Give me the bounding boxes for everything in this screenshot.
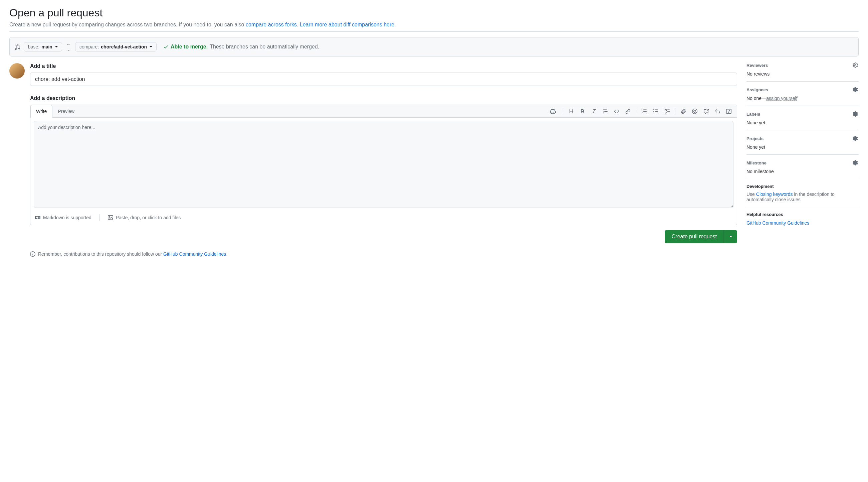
reply-icon[interactable] bbox=[712, 106, 723, 117]
editor-footer: Markdown is supported Paste, drop, or cl… bbox=[30, 211, 737, 225]
compare-arrow-icon: ←… bbox=[66, 42, 71, 52]
sidebar-projects: Projects None yet bbox=[746, 130, 859, 155]
contribution-note: Remember, contributions to this reposito… bbox=[30, 251, 737, 257]
compare-branch-selector[interactable]: compare: chore/add-vet-action bbox=[75, 42, 157, 52]
markdown-icon bbox=[35, 215, 40, 220]
tab-preview[interactable]: Preview bbox=[53, 105, 80, 117]
sidebar-reviewers: Reviewers No reviews bbox=[746, 62, 859, 82]
assignees-title: Assignees bbox=[746, 87, 768, 92]
tasklist-icon[interactable] bbox=[662, 106, 672, 117]
slash-command-icon[interactable] bbox=[723, 106, 734, 117]
heading-icon[interactable] bbox=[566, 106, 577, 117]
milestone-body: No milestone bbox=[746, 169, 859, 174]
sidebar-assignees: Assignees No one—assign yourself bbox=[746, 82, 859, 106]
editor-tabs: Write Preview bbox=[30, 105, 737, 118]
description-label: Add a description bbox=[30, 95, 737, 101]
title-label: Add a title bbox=[30, 63, 737, 69]
copilot-icon[interactable] bbox=[548, 106, 558, 117]
base-label: base: bbox=[28, 44, 39, 50]
create-pull-request-dropdown[interactable] bbox=[724, 230, 737, 243]
caret-down-icon bbox=[730, 236, 732, 237]
compare-label: compare: bbox=[80, 44, 99, 50]
sidebar-helpful: Helpful resources GitHub Community Guide… bbox=[746, 212, 859, 226]
gear-icon[interactable] bbox=[852, 135, 859, 142]
image-icon bbox=[108, 215, 113, 220]
helpful-link[interactable]: GitHub Community Guidelines bbox=[746, 220, 809, 226]
tab-write[interactable]: Write bbox=[30, 105, 53, 118]
mention-icon[interactable] bbox=[689, 106, 700, 117]
development-title: Development bbox=[746, 184, 774, 189]
projects-body: None yet bbox=[746, 144, 859, 150]
merge-status: Able to merge. These branches can be aut… bbox=[163, 44, 319, 50]
description-textarea[interactable] bbox=[34, 121, 734, 208]
merge-rest-text: These branches can be automatically merg… bbox=[210, 44, 319, 50]
attach-icon[interactable] bbox=[678, 106, 689, 117]
create-pull-request-button[interactable]: Create pull request bbox=[665, 230, 724, 243]
assign-yourself-link[interactable]: assign yourself bbox=[766, 95, 797, 101]
page-header: Open a pull request Create a new pull re… bbox=[9, 0, 859, 32]
separator bbox=[99, 214, 100, 221]
editor-toolbar bbox=[548, 106, 734, 117]
quote-icon[interactable] bbox=[600, 106, 611, 117]
base-branch-selector[interactable]: base: main bbox=[24, 42, 62, 52]
caret-down-icon bbox=[150, 46, 152, 48]
gear-icon[interactable] bbox=[852, 111, 859, 117]
gear-icon[interactable] bbox=[852, 86, 859, 93]
helpful-title: Helpful resources bbox=[746, 212, 859, 217]
subtitle-prefix: Create a new pull request by comparing c… bbox=[9, 22, 246, 27]
info-icon bbox=[30, 251, 35, 257]
sidebar-labels: Labels None yet bbox=[746, 106, 859, 130]
base-value: main bbox=[41, 44, 53, 50]
code-icon[interactable] bbox=[611, 106, 622, 117]
milestone-title: Milestone bbox=[746, 161, 767, 166]
gear-icon[interactable] bbox=[852, 62, 859, 68]
bold-icon[interactable] bbox=[577, 106, 588, 117]
compare-bar: base: main ←… compare: chore/add-vet-act… bbox=[9, 37, 859, 56]
assignees-body: No one—assign yourself bbox=[746, 95, 859, 101]
development-body: Use Closing keywords in the description … bbox=[746, 192, 859, 202]
title-input[interactable] bbox=[30, 73, 737, 86]
reviewers-title: Reviewers bbox=[746, 63, 768, 68]
cross-reference-icon[interactable] bbox=[701, 106, 711, 117]
gear-icon[interactable] bbox=[852, 160, 859, 166]
compare-forks-link[interactable]: compare across forks bbox=[246, 22, 297, 27]
git-compare-icon bbox=[14, 44, 20, 50]
markdown-hint[interactable]: Markdown is supported bbox=[35, 215, 91, 220]
learn-more-link[interactable]: Learn more about diff comparisons here bbox=[300, 22, 394, 27]
separator bbox=[563, 108, 563, 115]
compare-value: chore/add-vet-action bbox=[101, 44, 147, 50]
avatar bbox=[9, 63, 25, 79]
separator bbox=[636, 108, 636, 115]
italic-icon[interactable] bbox=[589, 106, 599, 117]
reviewers-body: No reviews bbox=[746, 71, 859, 77]
link-icon[interactable] bbox=[623, 106, 633, 117]
upload-hint[interactable]: Paste, drop, or click to add files bbox=[108, 215, 181, 220]
labels-title: Labels bbox=[746, 112, 760, 117]
separator bbox=[675, 108, 675, 115]
check-icon bbox=[163, 44, 168, 50]
sidebar-development: Development Use Closing keywords in the … bbox=[746, 179, 859, 207]
page-subtitle: Create a new pull request by comparing c… bbox=[9, 21, 859, 29]
page-title: Open a pull request bbox=[9, 6, 859, 19]
unordered-list-icon[interactable] bbox=[650, 106, 661, 117]
merge-able-text: Able to merge. bbox=[170, 44, 208, 50]
closing-keywords-link[interactable]: Closing keywords bbox=[756, 192, 793, 197]
ordered-list-icon[interactable] bbox=[639, 106, 650, 117]
projects-title: Projects bbox=[746, 136, 764, 141]
sidebar: Reviewers No reviews Assignees No one—as… bbox=[746, 62, 859, 226]
guidelines-link[interactable]: GitHub Community Guidelines bbox=[163, 251, 226, 257]
caret-down-icon bbox=[55, 46, 58, 48]
description-box: Write Preview bbox=[30, 105, 737, 225]
labels-body: None yet bbox=[746, 120, 859, 125]
sidebar-milestone: Milestone No milestone bbox=[746, 155, 859, 179]
